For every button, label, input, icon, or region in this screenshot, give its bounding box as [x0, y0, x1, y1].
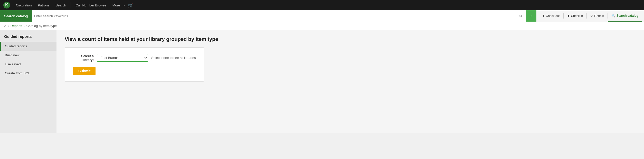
nav-call-number-browse[interactable]: Call Number Browse: [73, 0, 109, 10]
checkout-label: Check out: [546, 14, 560, 18]
svg-text:K: K: [5, 3, 8, 7]
search-bar-row: Search catalog ⚙ → ⬆ Check out ⬇ Check i…: [0, 10, 644, 22]
nav-patrons[interactable]: Patrons: [35, 0, 52, 10]
nav-circulation[interactable]: Circulation: [13, 0, 34, 10]
page-title: View a count of items held at your libra…: [65, 36, 636, 42]
breadcrumb-reports-link[interactable]: Reports: [11, 24, 22, 28]
breadcrumb: ⌂ › Reports › Catalog by item type: [0, 22, 644, 30]
checkin-label: Check in: [571, 14, 583, 18]
search-catalog-button[interactable]: Search catalog: [0, 10, 32, 22]
breadcrumb-home-icon[interactable]: ⌂: [4, 24, 6, 28]
sidebar-item-create-from-sql[interactable]: Create from SQL: [0, 69, 56, 78]
form-card: Select a library: East Branch (All libra…: [65, 47, 204, 82]
library-hint: Select none to see all libraries: [151, 56, 196, 60]
renew-button[interactable]: ↺ Renew: [587, 10, 607, 22]
renew-icon: ↺: [590, 14, 593, 18]
breadcrumb-current: Catalog by item type: [26, 24, 57, 28]
nav-more-dropdown[interactable]: More ▾: [110, 3, 125, 7]
library-form-row: Select a library: East Branch (All libra…: [73, 54, 196, 62]
main-layout: Guided reports Guided reports Build new …: [0, 30, 644, 133]
nav-more-arrow: ▾: [124, 4, 125, 7]
nav-search[interactable]: Search: [53, 0, 69, 10]
sidebar-item-build-new[interactable]: Build new: [0, 51, 56, 60]
search-catalog-action-label: Search catalog: [617, 14, 638, 17]
checkout-icon: ⬆: [542, 14, 545, 18]
search-catalog-action[interactable]: 🔍 Search catalog: [608, 10, 642, 22]
breadcrumb-sep-1: ›: [8, 24, 9, 28]
sidebar: Guided reports Guided reports Build new …: [0, 30, 56, 133]
breadcrumb-sep-2: ›: [24, 24, 25, 28]
library-label: Select a library:: [73, 54, 94, 62]
checkin-icon: ⬇: [567, 14, 570, 18]
submit-button[interactable]: Submit: [73, 67, 96, 75]
renew-label: Renew: [594, 14, 604, 18]
search-input[interactable]: [34, 14, 518, 18]
checkout-button[interactable]: ⬆ Check out: [538, 10, 563, 22]
nav-more-label: More: [110, 3, 123, 7]
top-navigation: K Circulation Patrons Search Call Number…: [0, 0, 644, 10]
toolbar-actions: ⬆ Check out ⬇ Check in ↺ Renew 🔍 Search …: [536, 10, 644, 22]
filter-icon[interactable]: ⚙: [518, 14, 524, 18]
sidebar-item-guided-reports[interactable]: Guided reports: [0, 42, 56, 51]
submit-row: Submit: [73, 67, 196, 75]
checkin-button[interactable]: ⬇ Check in: [564, 10, 587, 22]
search-go-arrow: →: [529, 14, 533, 18]
search-go-button[interactable]: →: [526, 10, 536, 22]
cart-icon[interactable]: 🛒: [126, 3, 135, 8]
library-select[interactable]: East Branch (All libraries): [97, 54, 148, 62]
nav-divider: [71, 2, 71, 8]
sidebar-heading: Guided reports: [0, 34, 56, 42]
app-logo: K: [3, 2, 10, 9]
sidebar-item-use-saved[interactable]: Use saved: [0, 60, 56, 69]
content-area: View a count of items held at your libra…: [56, 30, 644, 133]
search-input-wrapper: ⚙: [32, 10, 526, 22]
search-catalog-icon: 🔍: [611, 14, 615, 17]
